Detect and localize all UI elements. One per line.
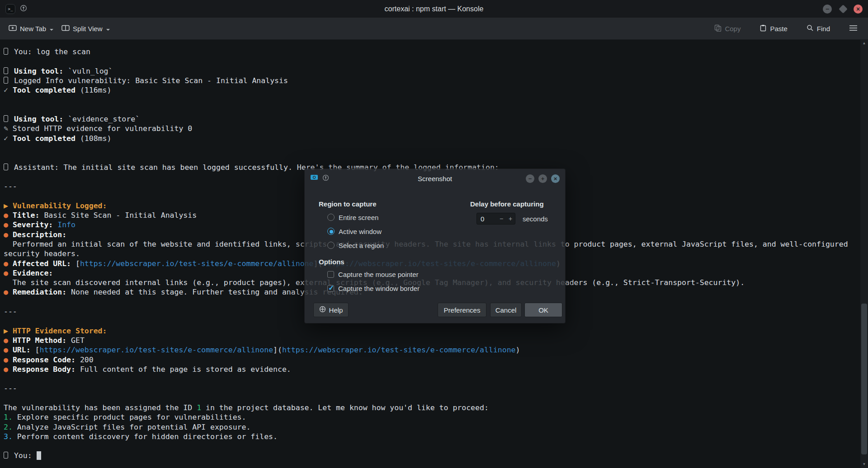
terminal-line — [4, 393, 860, 403]
help-button[interactable]: Help — [313, 303, 349, 317]
paste-button[interactable]: Paste — [755, 21, 791, 37]
preferences-button[interactable]: Preferences — [438, 303, 486, 317]
ok-button[interactable]: OK — [524, 303, 562, 317]
terminal-line — [4, 95, 860, 104]
screenshot-dialog: Screenshot − + × Region to capture Entir… — [304, 168, 566, 323]
window-titlebar: >_ cortexai : npm start — Konsole − × — [0, 0, 868, 18]
radio-select-region[interactable]: Select a region — [327, 240, 384, 250]
terminal-line: You: — [4, 451, 860, 460]
delay-spinbox[interactable]: 0 − + — [476, 213, 515, 225]
find-label: Find — [817, 25, 830, 33]
terminal-line — [4, 441, 860, 451]
minimize-icon[interactable]: − — [823, 5, 832, 14]
pin-icon[interactable] — [20, 5, 27, 14]
terminal-line — [4, 143, 860, 153]
cancel-label: Cancel — [495, 306, 517, 314]
terminal-line: ✓ Tool completed (108ms) — [4, 134, 860, 143]
chevron-down-icon — [50, 29, 53, 31]
terminal-line — [4, 56, 860, 66]
split-view-label: Split View — [73, 25, 103, 33]
search-icon — [807, 24, 814, 33]
chevron-down-icon — [106, 29, 110, 31]
scrollbar-thumb[interactable] — [861, 304, 867, 454]
radio-icon — [327, 214, 335, 221]
new-tab-button[interactable]: New Tab — [5, 21, 57, 37]
missing-glyph-icon — [4, 452, 8, 459]
checkbox-icon: ✓ — [327, 271, 334, 278]
help-icon — [319, 306, 326, 314]
scroll-up-icon[interactable]: ▲ — [860, 40, 868, 47]
cancel-button[interactable]: Cancel — [490, 303, 522, 317]
find-button[interactable]: Find — [802, 21, 834, 37]
spin-increment-icon[interactable]: + — [506, 215, 515, 222]
terminal-line: 3. Perform content discovery for hidden … — [4, 432, 860, 441]
radio-active-window[interactable]: Active window — [327, 226, 382, 236]
dialog-body: Region to capture Entire screen Active w… — [305, 188, 565, 323]
help-label: Help — [329, 306, 343, 314]
split-view-button[interactable]: Split View — [57, 21, 114, 37]
window-controls: − × — [816, 5, 863, 14]
preferences-label: Preferences — [444, 306, 481, 314]
missing-glyph-icon — [4, 48, 8, 55]
radio-label: Entire screen — [339, 214, 378, 221]
konsole-toolbar: New Tab Split View Copy Paste — [0, 18, 868, 40]
terminal-line: Logged Info vulnerability: Basic Site Sc… — [4, 76, 860, 85]
missing-glyph-icon — [4, 77, 8, 84]
spin-decrement-icon[interactable]: − — [497, 215, 506, 222]
copy-button[interactable]: Copy — [710, 21, 745, 37]
terminal-line: The vulnerability has been assigned the … — [4, 403, 860, 412]
terminal-line: ✓ Tool completed (116ms) — [4, 85, 860, 95]
hamburger-menu-button[interactable] — [845, 21, 862, 36]
seconds-label: seconds — [523, 215, 548, 223]
window-title: cortexai : npm start — Konsole — [0, 5, 868, 13]
pin-icon[interactable] — [322, 174, 329, 183]
hamburger-icon — [849, 25, 858, 33]
terminal-line: ✎ Stored HTTP evidence for vulnerability… — [4, 124, 860, 133]
checkbox-icon: ✓ — [327, 285, 334, 292]
region-to-capture-label: Region to capture — [319, 200, 377, 208]
minimize-icon[interactable]: − — [526, 174, 534, 183]
maximize-icon[interactable] — [839, 5, 848, 14]
copy-icon — [714, 24, 722, 33]
missing-glyph-icon — [4, 115, 8, 122]
radio-entire-screen[interactable]: Entire screen — [327, 212, 378, 222]
terminal-line: ● Response Body: Full content of the pag… — [4, 365, 860, 374]
terminal-line: ● HTTP Method: GET — [4, 336, 860, 345]
delay-value[interactable]: 0 — [477, 215, 497, 223]
terminal-line — [4, 105, 860, 114]
maximize-icon[interactable]: + — [538, 174, 547, 183]
scroll-down-icon[interactable]: ▼ — [860, 461, 868, 468]
options-label: Options — [319, 258, 344, 266]
dialog-titlebar-icons — [310, 174, 329, 183]
terminal-line: 2. Analyze JavaScript files for potentia… — [4, 422, 860, 432]
terminal-line: --- — [4, 384, 860, 393]
terminal-line: You: log the scan — [4, 47, 860, 56]
close-icon[interactable]: × — [551, 174, 560, 183]
dialog-titlebar: Screenshot − + × — [305, 169, 565, 188]
checkbox-label: Capture the window border — [338, 285, 420, 292]
radio-icon — [327, 242, 335, 249]
terminal-line: Using tool: `vuln_log` — [4, 66, 860, 76]
missing-glyph-icon — [4, 67, 8, 74]
scrollbar-track[interactable] — [860, 47, 868, 461]
terminal-line: ● URL: [https://webscraper.io/test-sites… — [4, 345, 860, 355]
terminal-scrollbar[interactable]: ▲ ▼ — [860, 40, 868, 468]
radio-label: Select a region — [339, 242, 384, 249]
radio-icon — [327, 228, 335, 235]
terminal-line: ▶ HTTP Evidence Stored: — [4, 326, 860, 336]
delay-before-capturing-label: Delay before capturing — [470, 200, 544, 208]
terminal-line: ● Response Code: 200 — [4, 355, 860, 365]
split-view-icon — [61, 24, 70, 33]
dialog-window-controls: − + × — [526, 174, 560, 183]
checkbox-capture-window-border[interactable]: ✓ Capture the window border — [327, 283, 420, 293]
copy-label: Copy — [725, 25, 741, 33]
missing-glyph-icon — [4, 164, 8, 170]
checkbox-label: Capture the mouse pointer — [338, 271, 419, 278]
terminal-line — [4, 153, 860, 162]
titlebar-icons: >_ — [5, 4, 27, 14]
checkbox-capture-mouse-pointer[interactable]: ✓ Capture the mouse pointer — [327, 269, 419, 279]
terminal-line — [4, 374, 860, 384]
close-icon[interactable]: × — [854, 5, 863, 14]
spectacle-app-icon — [310, 174, 318, 183]
paste-label: Paste — [770, 25, 787, 33]
